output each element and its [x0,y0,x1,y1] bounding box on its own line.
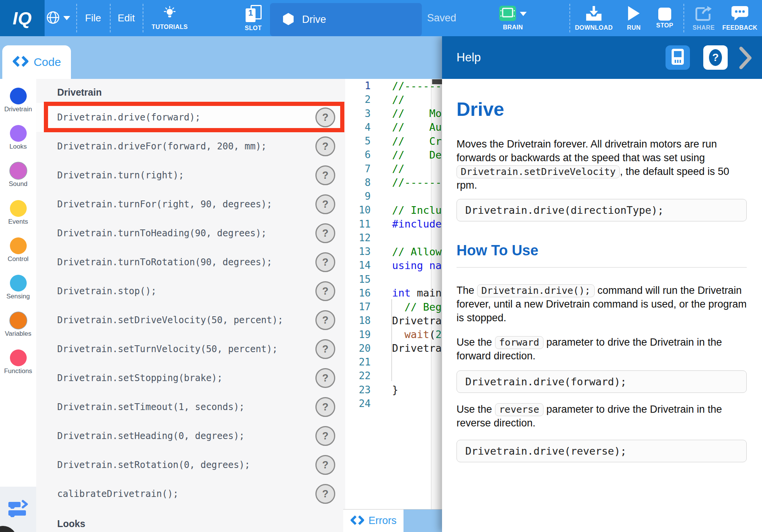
command-row[interactable]: Drivetrain.setDriveVelocity(50, percent)… [36,306,345,335]
command-row[interactable]: Drivetrain.setTimeout(1, seconds);? [36,393,345,421]
command-row[interactable]: Drivetrain.setStopping(brake);? [36,364,345,393]
code-line[interactable]: 17 // Begin [345,300,442,314]
code-line[interactable]: 1//-------------------------------------… [345,79,442,93]
code-text: // Begin [392,301,442,313]
code-line[interactable]: 11#include " [345,217,442,231]
line-number: 19 [345,329,371,340]
sidebar-item-control[interactable]: Control [0,237,36,263]
code-line[interactable]: 15 [345,272,442,286]
file-menu[interactable]: File [81,0,105,36]
code-line[interactable]: 5// Crea [345,134,442,148]
code-text: // Allows [392,246,442,258]
sidebar-item-label: Variables [0,330,36,338]
command-row[interactable]: Drivetrain.setTurnVelocity(50, percent);… [36,335,345,364]
command-row[interactable]: Drivetrain.turn(right);? [36,161,345,190]
sidebar-item-functions[interactable]: Functions [0,349,36,375]
line-number: 6 [345,149,371,160]
command-help-button[interactable]: ? [315,455,335,475]
help-mode-button[interactable]: ? [703,45,728,70]
command-help-button[interactable]: ? [315,165,335,185]
brain-device-icon [671,48,684,67]
command-help-button[interactable]: ? [315,484,335,504]
code-line[interactable]: 24 [345,397,442,410]
blocks-icon [7,499,29,520]
download-button[interactable]: DOWNLOAD [574,0,613,36]
code-line[interactable]: 3// Modu [345,107,442,120]
command-help-button[interactable]: ? [315,223,335,243]
code-line[interactable]: 14using name [345,258,442,272]
edit-menu[interactable]: Edit [114,0,138,36]
line-number: 11 [345,218,371,230]
help-code-block: Drivetrain.drive(forward); [457,370,747,393]
tab-code[interactable]: Code [2,45,71,79]
code-line[interactable]: 13// Allows [345,245,442,258]
code-line[interactable]: 7// [345,162,442,176]
command-help-button[interactable]: ? [315,339,335,359]
tutorials-button[interactable]: TUTORIALS [149,0,191,36]
project-name: Drive [302,14,326,26]
sidebar-item-sound[interactable]: Sound [0,162,36,188]
command-row[interactable]: Drivetrain.setHeading(0, degrees);? [36,421,345,450]
help-paragraph: Use the forward parameter to drive the D… [457,335,747,363]
command-row[interactable]: Drivetrain.turnToHeading(90, degrees);? [36,219,345,248]
code-text: wait(2, [392,328,442,340]
switch-to-blocks-button[interactable] [0,487,36,532]
command-row[interactable]: Drivetrain.turnFor(right, 90, degrees);? [36,190,345,219]
play-icon [627,5,640,23]
code-line[interactable]: 16int main() [345,286,442,300]
code-line[interactable]: 10// Include [345,203,442,217]
code-line[interactable]: 9 [345,189,442,203]
command-help-button[interactable]: ? [315,281,335,301]
sidebar-item-events[interactable]: Events [0,200,36,226]
run-button[interactable]: RUN [619,0,649,36]
command-text: Drivetrain.turnToHeading(90, degrees); [57,228,267,239]
command-help-button[interactable]: ? [315,107,335,127]
code-editor[interactable]: 1//-------------------------------------… [345,79,442,509]
code-line[interactable]: 4// Auth [345,120,442,134]
palette-section-header: Looks [57,518,85,529]
code-line[interactable]: 20Drivetra [345,341,442,355]
code-line[interactable]: 21 [345,355,442,369]
command-row[interactable]: Drivetrain.stop();? [36,277,345,306]
share-button[interactable]: SHARE [686,0,721,36]
category-dot-icon [10,312,27,329]
sidebar-item-looks[interactable]: Looks [0,125,36,151]
stop-button[interactable]: STOP [650,0,680,36]
stop-icon [658,8,671,21]
command-help-button[interactable]: ? [315,252,335,272]
code-line[interactable]: 8//-------------------------------------… [345,176,442,189]
code-line[interactable]: 23} [345,383,442,397]
command-help-button[interactable]: ? [315,397,335,417]
tab-errors[interactable]: Errors [343,510,404,532]
command-help-button[interactable]: ? [315,136,335,156]
code-line[interactable]: 22 [345,369,442,383]
command-help-button[interactable]: ? [315,426,335,446]
line-number: 4 [345,122,371,133]
slot-button[interactable]: 1 SLOT [239,0,268,36]
command-help-button[interactable]: ? [315,310,335,330]
feedback-button[interactable]: FEEDBACK [720,0,760,36]
line-number: 13 [345,246,371,257]
sidebar-item-drivetrain[interactable]: Drivetrain [0,88,36,113]
brain-button[interactable]: BRAIN [494,0,532,36]
code-text: Drivetra [392,342,442,354]
help-heading: Drive [457,98,747,120]
code-line[interactable]: 19 wait(2, [345,328,442,341]
command-row[interactable]: Drivetrain.setRotation(0, degrees);? [36,450,345,479]
code-line[interactable]: 2// [345,93,442,106]
command-help-button[interactable]: ? [315,194,335,214]
project-name-button[interactable]: Drive [270,3,422,36]
command-help-button[interactable]: ? [315,368,335,388]
language-menu-button[interactable] [45,0,71,36]
command-row[interactable]: Drivetrain.drive(forward);? [36,103,345,132]
command-row[interactable]: Drivetrain.driveFor(forward, 200, mm);? [36,132,345,161]
code-line[interactable]: 12 [345,231,442,245]
collapse-panel-button[interactable] [739,46,752,71]
device-help-button[interactable] [666,45,690,70]
sidebar-item-sensing[interactable]: Sensing [0,275,36,300]
code-line[interactable]: 6// Desc [345,148,442,162]
command-row[interactable]: Drivetrain.turnToRotation(90, degrees);? [36,248,345,277]
sidebar-item-variables[interactable]: Variables [0,312,36,338]
command-row[interactable]: calibrateDrivetrain();? [36,479,345,508]
code-line[interactable]: 18Drivetra [345,314,442,327]
